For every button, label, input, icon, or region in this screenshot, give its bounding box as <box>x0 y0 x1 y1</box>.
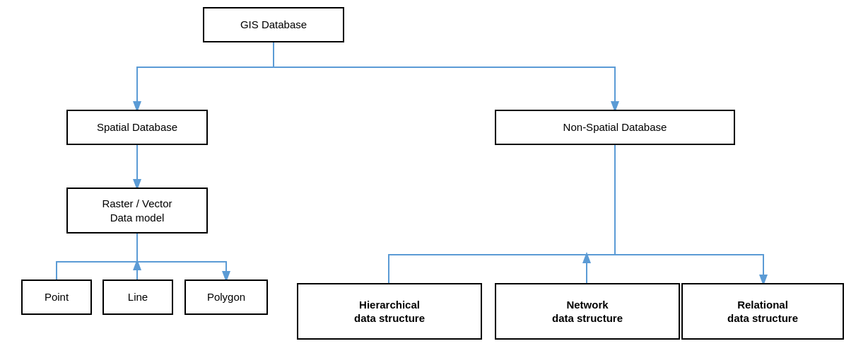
node-line: Line <box>102 280 173 315</box>
node-network: Network data structure <box>495 283 680 340</box>
node-spatial-database: Spatial Database <box>66 110 208 145</box>
node-polygon: Polygon <box>184 280 268 315</box>
node-gis-database: GIS Database <box>203 7 344 42</box>
node-point: Point <box>21 280 92 315</box>
diagram: GIS Database Spatial Database Non-Spatia… <box>0 0 868 363</box>
node-hierarchical: Hierarchical data structure <box>297 283 482 340</box>
node-relational: Relational data structure <box>681 283 844 340</box>
node-raster-vector: Raster / Vector Data model <box>66 188 208 234</box>
node-non-spatial-database: Non-Spatial Database <box>495 110 735 145</box>
